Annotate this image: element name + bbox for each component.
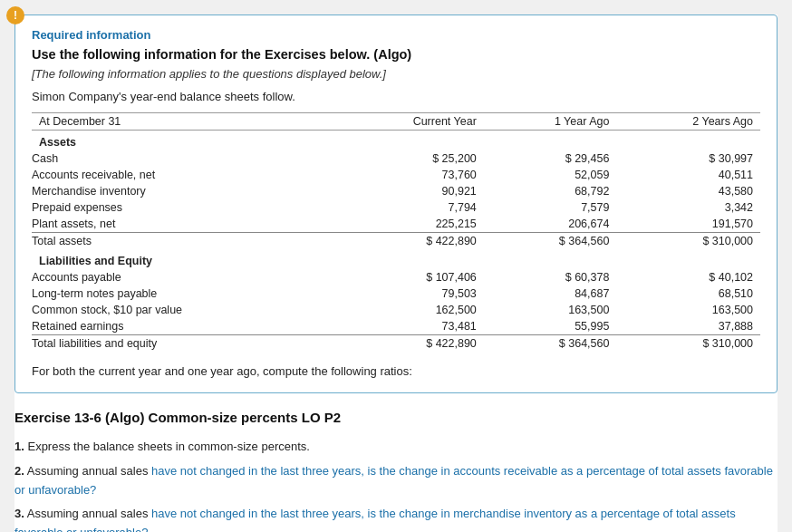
exercise-section: Exercise 13-6 (Algo) Common-size percent… xyxy=(14,410,778,532)
table-row: Retained earnings 73,481 55,995 37,888 xyxy=(32,318,760,335)
list-item-2-text: Assuming annual sales xyxy=(27,464,151,478)
list-item-1-number: 1. xyxy=(14,440,24,453)
list-item-3-number: 3. xyxy=(14,507,24,520)
table-row: Merchandise inventory 90,921 68,792 43,5… xyxy=(32,183,760,199)
list-item-2-number: 2. xyxy=(14,464,24,478)
page-container: ! Required information Use the following… xyxy=(14,15,778,532)
table-row: Accounts payable $ 107,406 $ 60,378 $ 40… xyxy=(32,269,760,285)
italic-note: [The following information applies to th… xyxy=(32,67,760,81)
col-header-2yr: 2 Years Ago xyxy=(616,113,760,131)
required-info-box: ! Required information Use the following… xyxy=(14,15,778,393)
table-row: Prepaid expenses 7,794 7,579 3,342 xyxy=(32,199,760,216)
list-item-1-text: Express the balance sheets in common-siz… xyxy=(27,440,309,453)
balance-intro: Simon Company's year-end balance sheets … xyxy=(32,90,760,103)
section-assets-header: Assets xyxy=(32,131,760,151)
table-row: Accounts receivable, net 73,760 52,059 4… xyxy=(32,167,760,183)
list-item-1: 1. Express the balance sheets in common-… xyxy=(14,438,778,457)
balance-sheet-table: At December 31 Current Year 1 Year Ago 2… xyxy=(32,112,760,352)
col-header-1yr: 1 Year Ago xyxy=(484,113,617,131)
col-header-current: Current Year xyxy=(334,113,484,131)
exercise-title: Use the following information for the Ex… xyxy=(32,47,760,62)
list-item-3: 3. Assuming annual sales have not change… xyxy=(14,505,778,532)
total-liabilities-row: Total liabilities and equity $ 422,890 $… xyxy=(32,335,760,353)
list-item-2: 2. Assuming annual sales have not change… xyxy=(14,462,778,500)
table-row: Long-term notes payable 79,503 84,687 68… xyxy=(32,285,760,302)
ratios-text: For both the current year and one year a… xyxy=(32,364,760,378)
list-item-3-text: Assuming annual sales xyxy=(27,507,151,520)
total-assets-row: Total assets $ 422,890 $ 364,560 $ 310,0… xyxy=(32,233,760,250)
table-row: Plant assets, net 225,215 206,674 191,57… xyxy=(32,216,760,233)
exercise-heading: Exercise 13-6 (Algo) Common-size percent… xyxy=(14,410,778,425)
required-label: Required information xyxy=(32,28,760,42)
table-row: Common stock, $10 par value 162,500 163,… xyxy=(32,302,760,318)
info-icon: ! xyxy=(6,6,24,24)
numbered-list: 1. Express the balance sheets in common-… xyxy=(14,438,778,532)
table-row: Cash $ 25,200 $ 29,456 $ 30,997 xyxy=(32,150,760,167)
section-liabilities-header: Liabilities and Equity xyxy=(32,249,760,269)
col-header-label: At December 31 xyxy=(32,113,334,131)
